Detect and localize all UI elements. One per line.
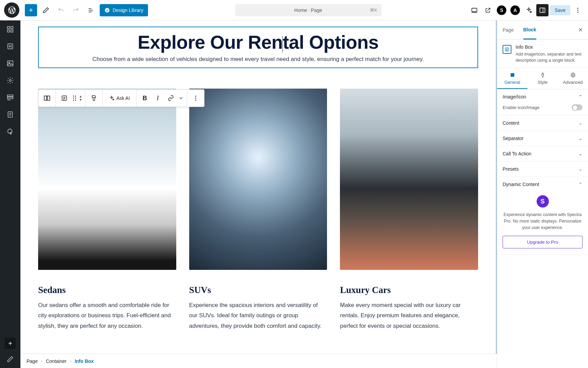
chevron-right-icon: › — [70, 359, 71, 364]
spectra-icon[interactable]: S — [495, 4, 508, 16]
panel-content[interactable]: Content⌄ — [497, 116, 588, 131]
design-library-label: Design Library — [113, 7, 143, 13]
drag-handle-icon[interactable] — [71, 91, 78, 106]
card-sedans[interactable]: Sedans Our sedans offer a smooth and com… — [38, 89, 176, 331]
astra-icon[interactable]: A — [509, 4, 521, 16]
chevron-down-icon: ⌄ — [578, 166, 583, 172]
svg-point-24 — [75, 98, 76, 99]
svg-rect-19 — [47, 96, 50, 101]
left-rail: + — [0, 20, 20, 368]
ai-sparkle-icon[interactable] — [523, 4, 535, 16]
parent-block-icon[interactable] — [40, 91, 53, 106]
spectra-pro-icon: S — [537, 195, 549, 208]
svg-point-26 — [75, 100, 76, 101]
chevron-up-icon: ⌃ — [578, 94, 583, 99]
subheading-text[interactable]: Choose from a wide selection of vehicles… — [46, 56, 471, 63]
card-body[interactable]: Our sedans offer a smooth and comfortabl… — [38, 300, 176, 331]
bold-button[interactable]: B — [138, 91, 151, 106]
design-library-button[interactable]: Design Library — [100, 4, 148, 16]
edit-tool-icon[interactable] — [40, 4, 52, 16]
crumb-infobox[interactable]: Info Box — [75, 358, 94, 364]
device-preview-icon[interactable] — [468, 4, 480, 16]
chevron-down-icon: ⌄ — [578, 120, 583, 126]
card-suvs[interactable]: SUVs Experience the spacious interiors a… — [189, 89, 327, 331]
chevron-up-icon: ⌃ — [578, 182, 583, 187]
redo-icon[interactable] — [70, 4, 82, 16]
more-options-icon[interactable] — [572, 4, 584, 16]
rail-blocks-icon[interactable] — [5, 24, 16, 35]
add-block-button[interactable]: + — [25, 4, 37, 16]
enable-icon-toggle[interactable] — [572, 104, 583, 110]
block-description: Add image/icon, separator and text descr… — [516, 51, 583, 63]
tab-page[interactable]: Page — [503, 20, 514, 39]
svg-point-3 — [577, 7, 578, 9]
undo-icon[interactable] — [55, 4, 67, 16]
card-title[interactable]: SUVs — [189, 285, 327, 295]
editor-canvas[interactable]: Explore Our Rental Options Choose from a… — [20, 20, 497, 354]
rail-settings-icon[interactable] — [5, 75, 16, 86]
rail-image-icon[interactable] — [5, 58, 16, 69]
ask-ai-button[interactable]: Ask AI — [105, 91, 134, 106]
card-luxury[interactable]: Luxury Cars Make every moment special wi… — [340, 89, 478, 331]
close-sidebar-icon[interactable]: × — [578, 26, 583, 34]
document-title-button[interactable]: Home · Page ⌘K — [235, 4, 381, 16]
svg-point-29 — [195, 99, 196, 101]
more-rich-text-icon[interactable] — [177, 91, 185, 106]
panel-image-icon[interactable]: Image/Icon⌃ — [497, 89, 588, 104]
italic-button[interactable]: I — [151, 91, 164, 106]
rail-page-icon[interactable] — [5, 109, 16, 120]
rail-add-button[interactable]: + — [5, 338, 16, 349]
subtab-general[interactable]: General — [497, 68, 527, 89]
rail-cursor-icon[interactable] — [5, 126, 16, 137]
card-body[interactable]: Make every moment special with our luxur… — [340, 300, 478, 331]
panel-dynamic-content[interactable]: Dynamic Content⌃ — [497, 177, 588, 192]
wordpress-logo[interactable] — [4, 2, 19, 18]
crumb-page[interactable]: Page — [27, 358, 38, 364]
copy-style-icon[interactable] — [87, 91, 100, 106]
chevron-down-icon: ⌄ — [578, 136, 583, 141]
move-up-down-buttons[interactable]: ▲▼ — [78, 95, 83, 102]
svg-point-22 — [75, 96, 76, 97]
save-button[interactable]: Save — [550, 5, 570, 15]
crumb-container[interactable]: Container — [46, 358, 67, 364]
dynamic-content-text: Experience dynamic content with Spectra … — [503, 212, 583, 231]
svg-point-0 — [105, 8, 109, 12]
rail-heading-icon[interactable] — [5, 41, 16, 52]
card-image — [340, 89, 478, 270]
document-outline-icon[interactable] — [85, 4, 97, 16]
block-type-icon[interactable] — [58, 91, 71, 106]
view-page-icon[interactable] — [482, 4, 494, 16]
chevron-right-icon: › — [41, 359, 43, 364]
card-title[interactable]: Sedans — [38, 285, 176, 295]
panel-presets[interactable]: Presets⌄ — [497, 162, 588, 177]
svg-point-27 — [195, 96, 196, 97]
settings-sidebar-toggle[interactable] — [536, 4, 549, 16]
card-body[interactable]: Experience the spacious interiors and ve… — [189, 300, 327, 331]
svg-point-25 — [73, 100, 74, 101]
svg-rect-2 — [540, 8, 545, 12]
rail-pencil-icon[interactable] — [5, 354, 16, 365]
svg-point-28 — [195, 98, 196, 99]
block-more-icon[interactable] — [189, 91, 202, 106]
svg-rect-15 — [7, 97, 13, 99]
block-name-label: Info Box — [516, 44, 583, 50]
svg-point-23 — [73, 98, 74, 99]
link-button[interactable] — [164, 91, 177, 106]
heading-text[interactable]: Explore Our Rental Options — [46, 31, 471, 53]
svg-rect-1 — [472, 8, 477, 12]
document-title-label: Home · Page — [294, 7, 322, 13]
subtab-advanced[interactable]: Advanced — [558, 68, 588, 89]
info-box-heading-block[interactable]: Explore Our Rental Options Choose from a… — [38, 27, 478, 68]
chevron-down-icon: ⌄ — [578, 151, 583, 156]
enable-icon-label: Enable Icon/Image — [503, 105, 539, 110]
upgrade-to-pro-button[interactable]: Upgrade to Pro — [503, 236, 583, 248]
subtab-style[interactable]: Style — [527, 68, 558, 89]
panel-cta[interactable]: Call To Action⌄ — [497, 146, 588, 161]
card-image — [189, 89, 327, 270]
panel-separator[interactable]: Separator⌄ — [497, 131, 588, 146]
rail-forms-icon[interactable] — [5, 92, 16, 103]
tab-block[interactable]: Block — [523, 21, 536, 40]
card-title[interactable]: Luxury Cars — [340, 285, 478, 295]
svg-rect-11 — [7, 61, 13, 66]
svg-rect-18 — [44, 96, 47, 101]
